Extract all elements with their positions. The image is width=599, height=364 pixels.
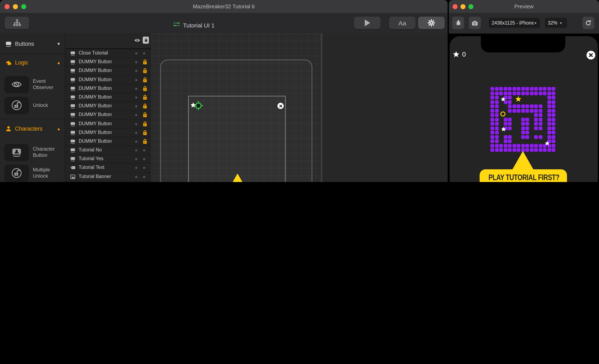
maze-block	[517, 87, 520, 91]
lock-dot[interactable]	[143, 167, 145, 169]
lock-dot[interactable]	[143, 149, 145, 151]
star-white-icon	[545, 141, 550, 146]
chevron-down-icon[interactable]: ▼	[57, 41, 61, 46]
button-icon	[70, 147, 76, 153]
visibility-dot[interactable]	[135, 123, 137, 125]
lock-icon[interactable]	[142, 86, 148, 91]
visibility-dot[interactable]	[135, 132, 137, 134]
layer-row[interactable]: DUMMY Button	[65, 137, 151, 146]
sidebar-item-multiple-unlock[interactable]: MultipleUnlock	[0, 165, 65, 181]
maze-block	[490, 139, 494, 143]
banner-pointer	[230, 173, 245, 182]
button-icon	[70, 112, 76, 118]
layer-row[interactable]: DUMMY Button	[65, 120, 151, 128]
layers-header	[65, 33, 151, 49]
lock-dot[interactable]	[143, 53, 145, 54]
canvas-scrollbar[interactable]	[321, 33, 322, 182]
layer-row[interactable]: DUMMY Button	[65, 128, 151, 137]
visibility-dot[interactable]	[135, 61, 137, 63]
visibility-dot[interactable]	[135, 167, 137, 169]
maze-block	[495, 117, 499, 121]
zoom-dropdown[interactable]: 32% ▼	[545, 18, 567, 28]
debug-button[interactable]	[452, 17, 464, 29]
chevron-up-icon[interactable]: ▲	[57, 126, 61, 131]
lock-icon[interactable]	[142, 121, 148, 127]
lock-icon[interactable]	[142, 59, 148, 65]
lock-icon[interactable]	[142, 68, 148, 74]
maze-block	[525, 144, 529, 147]
maze-block	[495, 139, 499, 143]
lock-column-icon[interactable]	[143, 37, 149, 44]
preview-tutorial-banner: PLAY TUTORIAL FIRST?	[480, 169, 567, 182]
visibility-dot[interactable]	[135, 149, 137, 151]
lock-dot[interactable]	[143, 176, 145, 178]
layer-row[interactable]: DUMMY Button	[65, 111, 151, 120]
layer-row[interactable]: Tutorial Yes	[65, 155, 151, 164]
asset-tile[interactable]	[5, 165, 29, 181]
sidebar-item-unlock[interactable]: Unlock	[0, 97, 65, 114]
layer-row[interactable]: Tutorial Banner	[65, 172, 151, 181]
sidebar-section-characters[interactable]: Characters▲	[0, 124, 65, 133]
layer-row[interactable]: Tutorial No	[65, 146, 151, 155]
layer-row[interactable]: DUMMY Button	[65, 76, 151, 84]
layer-row[interactable]: Tutorial Text	[65, 164, 151, 172]
maze-block	[530, 91, 533, 95]
visibility-dot[interactable]	[135, 79, 137, 81]
lock-icon[interactable]	[142, 77, 148, 83]
layer-row[interactable]: DUMMY Button	[65, 102, 151, 111]
visibility-dot[interactable]	[135, 114, 137, 116]
lock-dot[interactable]	[143, 158, 145, 160]
editor-toolbar: Tutorial UI 1 Aa	[0, 13, 448, 34]
lock-icon[interactable]	[142, 103, 148, 109]
layer-row[interactable]: Currency Icon	[65, 181, 151, 182]
ring-yellow-icon	[501, 112, 506, 116]
asset-tile-label: CharacterButton	[33, 146, 55, 159]
maze-block	[538, 148, 542, 152]
lock-icon[interactable]	[142, 94, 148, 100]
resolution-dropdown[interactable]: 2436x1125 - iPhoneX ▼	[489, 18, 540, 28]
visibility-dot[interactable]	[135, 70, 137, 72]
lock-icon[interactable]	[142, 112, 148, 118]
sidebar-section-logic[interactable]: Logic▲	[0, 58, 65, 67]
sidebar-section-buttons[interactable]: Buttons▼	[0, 39, 65, 48]
maze-block	[503, 87, 507, 91]
maze-block	[534, 91, 538, 95]
close-tutorial-button[interactable]	[277, 103, 284, 109]
layer-row[interactable]: DUMMY Button	[65, 84, 151, 93]
chevron-up-icon[interactable]: ▲	[57, 60, 61, 65]
reload-preview-button[interactable]	[582, 17, 594, 29]
visibility-dot[interactable]	[135, 176, 137, 178]
scene-canvas[interactable]: PLAY TUTORIAL FIRST?	[151, 33, 321, 182]
maze-block	[534, 109, 538, 113]
screenshot-button[interactable]	[469, 17, 481, 29]
visibility-dot[interactable]	[135, 88, 137, 90]
layer-row[interactable]: DUMMY Button	[65, 58, 151, 67]
lock-icon[interactable]	[142, 139, 148, 144]
lock-icon[interactable]	[142, 130, 148, 135]
sidebar-item-event-observer[interactable]: EventObserver	[0, 76, 65, 93]
asset-tile[interactable]	[5, 76, 29, 93]
mindmap-view-button[interactable]	[5, 17, 29, 29]
preview-play-button[interactable]	[354, 17, 381, 29]
layer-row[interactable]: DUMMY Button	[65, 93, 151, 102]
visibility-column-eye-icon[interactable]	[134, 37, 141, 43]
layer-row[interactable]: Close Tutorial	[65, 49, 151, 58]
layer-label: Tutorial Yes	[79, 156, 103, 161]
maze-block	[552, 126, 555, 130]
sidebar-item-character-button[interactable]: CharacterButton	[0, 144, 65, 160]
layer-row[interactable]: DUMMY Button	[65, 67, 151, 76]
asset-tile[interactable]	[5, 144, 29, 160]
settings-button[interactable]	[418, 17, 445, 29]
font-manager-button[interactable]: Aa	[389, 17, 415, 29]
editor-window: MazeBreaker32 Tutorial 6 Tutorial UI 1	[0, 0, 448, 182]
preview-close-tutorial-button[interactable]	[587, 51, 595, 60]
spawn-target-icon[interactable]	[194, 101, 203, 110]
visibility-dot[interactable]	[135, 105, 137, 107]
maze-block	[547, 126, 551, 130]
visibility-dot[interactable]	[135, 53, 137, 54]
visibility-dot[interactable]	[135, 141, 137, 143]
visibility-dot[interactable]	[135, 158, 137, 160]
maze-block	[538, 117, 542, 121]
visibility-dot[interactable]	[135, 97, 137, 98]
asset-tile[interactable]	[5, 97, 29, 114]
